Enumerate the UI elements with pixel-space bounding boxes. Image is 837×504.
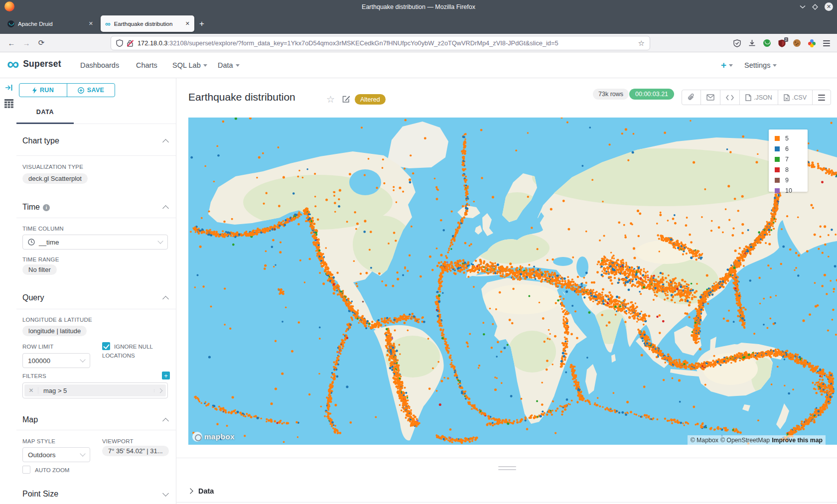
map-style-select[interactable]: Outdoors — [22, 447, 90, 462]
tracking-shield-icon[interactable] — [116, 39, 123, 47]
legend-label: 7 — [785, 156, 789, 163]
map-style-label: MAP STYLE — [22, 438, 55, 444]
tab-data[interactable]: DATA — [16, 102, 74, 122]
ignore-null-checkbox[interactable] — [102, 342, 110, 350]
chevron-down-icon[interactable] — [162, 490, 169, 497]
email-button[interactable] — [701, 90, 720, 105]
new-item-button[interactable]: + — [721, 52, 733, 78]
embed-code-button[interactable] — [720, 90, 740, 105]
time-range-value[interactable]: No filter — [22, 264, 57, 275]
tab-close-icon[interactable]: ✕ — [185, 20, 190, 27]
expand-filter-icon[interactable] — [154, 389, 166, 392]
extension-green-icon[interactable] — [763, 39, 771, 47]
nav-charts[interactable]: Charts — [136, 52, 157, 78]
tab-close-icon[interactable]: ✕ — [89, 20, 93, 27]
time-column-select[interactable]: __time — [22, 235, 168, 250]
legend-label: 9 — [785, 177, 789, 184]
cookie-extension-icon[interactable] — [793, 39, 801, 47]
legend-item[interactable]: 10 — [775, 185, 808, 196]
run-button[interactable]: RUN — [19, 84, 67, 97]
lonlat-label: LONGITUDE & LATITUDE — [22, 317, 92, 323]
add-filter-button[interactable]: + — [162, 372, 170, 379]
section-map[interactable]: Map — [22, 415, 38, 424]
expand-panel-icon[interactable] — [5, 84, 13, 91]
insecure-lock-icon[interactable] — [127, 40, 134, 47]
section-chart-type[interactable]: Chart type — [22, 136, 59, 145]
back-button[interactable]: ← — [4, 39, 19, 47]
chevron-up-icon[interactable] — [162, 205, 169, 212]
browser-toolbar: ← → ⟳ 172.18.0.3:32108/superset/explore/… — [0, 34, 837, 52]
altered-badge[interactable]: Altered — [355, 94, 386, 105]
row-count-badge: 73k rows — [593, 89, 629, 100]
ignore-null-label: IGNORE NULL — [114, 344, 153, 350]
nav-sql-lab[interactable]: SQL Lab — [172, 52, 207, 78]
earthquake-points-layer — [188, 118, 837, 445]
legend-item[interactable]: 8 — [775, 164, 808, 175]
deckgl-map[interactable]: 5678910 mapbox © Mapbox © OpenStreetMap … — [188, 118, 837, 445]
section-query[interactable]: Query — [22, 293, 44, 302]
ublock-badge: 2 — [784, 37, 788, 42]
copy-link-button[interactable] — [682, 90, 701, 105]
colorful-extension-icon[interactable] — [808, 39, 816, 47]
dataset-grid-icon[interactable] — [4, 99, 13, 108]
export-json-button[interactable]: .JSON — [740, 90, 778, 105]
remove-filter-icon[interactable]: ✕ — [24, 387, 38, 394]
data-section-toggle[interactable]: Data — [188, 487, 214, 495]
row-limit-select[interactable]: 100000 — [22, 353, 90, 368]
chart-title: Earthquake distribution — [188, 91, 295, 103]
info-icon: i — [43, 204, 50, 211]
maximize-icon[interactable] — [812, 4, 818, 10]
edit-title-icon[interactable] — [342, 95, 350, 103]
new-tab-button[interactable]: + — [199, 19, 204, 29]
legend-label: 10 — [785, 187, 792, 194]
menu-icon — [818, 97, 825, 98]
section-point-size[interactable]: Point Size — [22, 490, 58, 499]
map-legend[interactable]: 5678910 — [769, 129, 808, 192]
legend-item[interactable]: 7 — [775, 154, 808, 164]
superset-logo[interactable]: ∞ Superset — [7, 56, 61, 71]
chevron-down-icon — [157, 238, 163, 244]
chevron-up-icon[interactable] — [162, 418, 169, 424]
forward-button[interactable]: → — [19, 39, 34, 47]
mapbox-attribution-link[interactable]: © Mapbox — [691, 437, 718, 444]
chevron-up-icon[interactable] — [162, 296, 169, 302]
mapbox-logo[interactable]: mapbox — [192, 432, 235, 442]
download-icon[interactable] — [748, 39, 756, 47]
viz-type-value[interactable]: deck.gl Scatterplot — [22, 173, 88, 184]
file-icon — [784, 94, 790, 101]
section-time[interactable]: Timei — [22, 203, 50, 212]
bookmark-star-icon[interactable]: ☆ — [638, 39, 645, 48]
menu-icon[interactable] — [823, 43, 830, 44]
tab-earthquake-distribution[interactable]: ∞ Earthquake distribution ✕ — [101, 15, 194, 32]
legend-item[interactable]: 9 — [775, 175, 808, 185]
viewport-value[interactable]: 7° 35' 54.02" | 31... — [102, 446, 169, 456]
legend-item[interactable]: 5 — [775, 133, 808, 143]
nav-data[interactable]: Data — [218, 52, 240, 78]
improve-map-link[interactable]: Improve this map — [772, 437, 823, 444]
save-button[interactable]: SAVE — [67, 84, 115, 97]
osm-attribution-link[interactable]: © OpenStreetMap — [720, 437, 770, 444]
ublock-origin-icon[interactable]: 2 — [778, 39, 786, 47]
legend-item[interactable]: 6 — [775, 143, 808, 154]
auto-zoom-checkbox[interactable] — [22, 466, 30, 474]
url-bar[interactable]: 172.18.0.3:32108/superset/explore/?form_… — [111, 36, 650, 50]
legend-label: 8 — [785, 166, 789, 173]
minimize-icon[interactable] — [800, 5, 806, 9]
filter-chip[interactable]: ✕ mag > 5 — [24, 384, 166, 396]
lonlat-value[interactable]: longitude | latitude — [22, 326, 87, 336]
reload-button[interactable]: ⟳ — [34, 38, 49, 47]
time-column-label: TIME COLUMN — [22, 226, 64, 232]
protections-shield-icon[interactable] — [733, 39, 741, 47]
legend-label: 6 — [785, 145, 789, 152]
nav-dashboards[interactable]: Dashboards — [80, 52, 119, 78]
chevron-up-icon[interactable] — [162, 139, 169, 145]
favorite-star-icon[interactable]: ☆ — [326, 94, 335, 105]
close-icon[interactable]: ✕ — [825, 2, 833, 11]
legend-swatch — [775, 157, 780, 162]
tab-apache-druid[interactable]: Apache Druid ✕ — [3, 15, 98, 32]
export-csv-button[interactable]: .CSV — [778, 90, 813, 105]
chart-menu-button[interactable] — [813, 90, 831, 105]
tab-strip: Apache Druid ✕ ∞ Earthquake distribution… — [0, 13, 837, 34]
panel-resize-handle[interactable] — [498, 466, 516, 471]
settings-menu[interactable]: Settings — [744, 52, 777, 78]
